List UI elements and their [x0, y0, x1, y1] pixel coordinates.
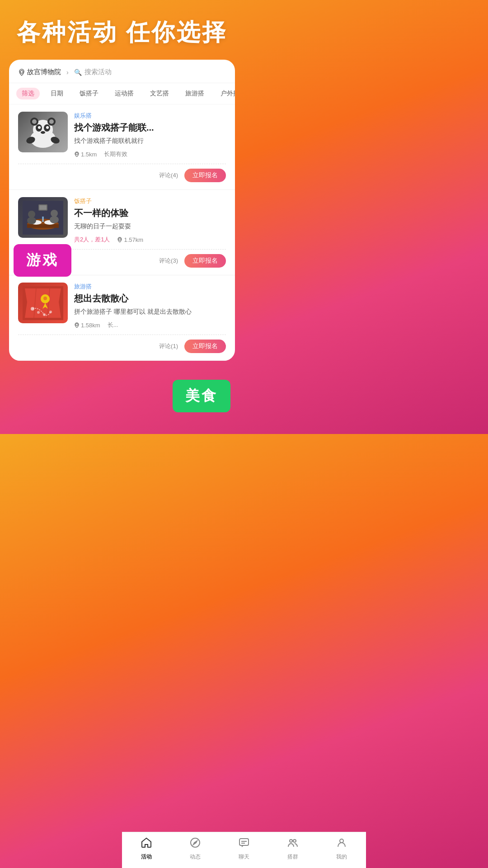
activity-title-2: 不一样的体验	[74, 207, 226, 219]
svg-point-27	[119, 238, 121, 241]
activity-meta-3: 1.58km 长...	[74, 321, 226, 329]
activity-category-2: 饭搭子	[74, 197, 226, 205]
travel-img	[18, 283, 68, 323]
header-title: 各种活动 任你选择	[14, 18, 230, 46]
filter-tag-2[interactable]: 饭搭子	[74, 88, 104, 99]
distance-1: 1.5km	[74, 151, 97, 158]
panda-img	[18, 112, 68, 152]
svg-point-23	[51, 210, 58, 217]
location-area[interactable]: 故宫博物院	[18, 68, 61, 76]
activity-image-2	[18, 197, 68, 238]
activity-meta-2: 共2人，差1人 1.57km	[74, 236, 226, 244]
filter-tag-5[interactable]: 旅游搭	[180, 88, 210, 99]
activity-item-3[interactable]: 旅游搭 想出去散散心 拼个旅游搭子 哪里都可以 就是出去散散心 1.58km 长…	[9, 275, 235, 361]
people-2: 共2人，差1人	[74, 236, 110, 244]
filter-tag-1[interactable]: 日期	[45, 88, 69, 99]
activity-title-1: 找个游戏搭子能联...	[74, 122, 226, 133]
location-text: 故宫博物院	[27, 68, 61, 76]
activity-meta-1: 1.5km 长期有效	[74, 150, 226, 158]
comment-2: 评论(3)	[159, 257, 178, 265]
activity-desc-1: 找个游戏搭子能联机就行	[74, 136, 226, 146]
svg-point-0	[20, 71, 23, 73]
activity-top-3: 旅游搭 想出去散散心 拼个旅游搭子 哪里都可以 就是出去散散心 1.58km 长…	[18, 283, 226, 329]
activity-item-1[interactable]: 娱乐搭 找个游戏搭子能联... 找个游戏搭子能联机就行 1.5km 长期有效	[9, 104, 235, 190]
filter-tag-0[interactable]: 筛选	[16, 88, 40, 99]
activity-category-3: 旅游搭	[74, 283, 226, 291]
activity-top-2: 饭搭子 不一样的体验 无聊的日子一起耍耍 共2人，差1人 1.57km	[18, 197, 226, 244]
svg-point-37	[76, 324, 78, 326]
validity-1: 长期有效	[104, 150, 127, 158]
svg-point-9	[38, 126, 41, 129]
svg-point-34	[37, 311, 40, 314]
search-icon: 🔍	[74, 69, 82, 76]
header: 各种活动 任你选择	[0, 0, 244, 55]
comment-3: 评论(1)	[159, 342, 178, 350]
svg-point-14	[76, 153, 78, 155]
activity-title-3: 想出去散散心	[74, 292, 226, 304]
location-icon	[18, 69, 25, 76]
activity-footer-3: 评论(1) 立即报名	[18, 335, 226, 353]
distance-2: 1.57km	[117, 236, 143, 243]
signup-btn-2[interactable]: 立即报名	[184, 254, 226, 268]
svg-point-6	[49, 119, 54, 124]
svg-point-22	[27, 217, 36, 224]
search-area[interactable]: 🔍 搜索活动	[74, 68, 112, 76]
activity-top-1: 娱乐搭 找个游戏搭子能联... 找个游戏搭子能联机就行 1.5km 长期有效	[18, 112, 226, 158]
svg-rect-26	[39, 205, 47, 210]
svg-point-24	[50, 216, 59, 223]
chevron-icon: ›	[66, 69, 69, 76]
activity-image-1	[18, 112, 68, 152]
signup-btn-1[interactable]: 立即报名	[184, 169, 226, 182]
svg-rect-17	[27, 224, 59, 228]
filter-row: 筛选 日期 饭搭子 运动搭 文艺搭 旅游搭 户外搭	[9, 83, 235, 104]
activity-desc-2: 无聊的日子一起耍耍	[74, 222, 226, 231]
activity-desc-3: 拼个旅游搭子 哪里都可以 就是出去散散心	[74, 307, 226, 316]
filter-tag-6[interactable]: 户外搭	[215, 88, 235, 99]
filter-tag-4[interactable]: 文艺搭	[145, 88, 174, 99]
svg-point-10	[46, 126, 49, 129]
main-card: 故宫博物院 › 🔍 搜索活动 筛选 日期 饭搭子 运动搭 文艺搭 旅游搭 户外搭	[9, 60, 235, 361]
svg-point-32	[43, 297, 47, 300]
activity-info-1: 娱乐搭 找个游戏搭子能联... 找个游戏搭子能联机就行 1.5km 长期有效	[74, 112, 226, 158]
validity-3: 长...	[108, 321, 118, 329]
activity-image-3	[18, 283, 68, 323]
signup-btn-3[interactable]: 立即报名	[184, 340, 226, 353]
float-label-food: 美食	[173, 380, 230, 412]
activity-category-1: 娱乐搭	[74, 112, 226, 120]
svg-point-21	[28, 211, 35, 218]
filter-tag-3[interactable]: 运动搭	[109, 88, 139, 99]
activity-footer-2: 评论(3) 立即报名	[18, 249, 226, 268]
activity-info-2: 饭搭子 不一样的体验 无聊的日子一起耍耍 共2人，差1人 1.57km	[74, 197, 226, 244]
activity-footer-1: 评论(4) 立即报名	[18, 164, 226, 182]
activity-item-2[interactable]: 饭搭子 不一样的体验 无聊的日子一起耍耍 共2人，差1人 1.57km	[9, 190, 235, 275]
svg-point-11	[41, 131, 45, 134]
comment-1: 评论(4)	[159, 171, 178, 179]
activity-info-3: 旅游搭 想出去散散心 拼个旅游搭子 哪里都可以 就是出去散散心 1.58km 长…	[74, 283, 226, 329]
activity-list: 娱乐搭 找个游戏搭子能联... 找个游戏搭子能联机就行 1.5km 长期有效	[9, 104, 235, 361]
search-bar: 故宫博物院 › 🔍 搜索活动	[9, 68, 235, 83]
svg-point-5	[32, 119, 37, 124]
search-placeholder: 搜索活动	[84, 68, 112, 76]
svg-rect-20	[42, 217, 44, 222]
food-img	[18, 197, 68, 238]
distance-3: 1.58km	[74, 322, 100, 329]
